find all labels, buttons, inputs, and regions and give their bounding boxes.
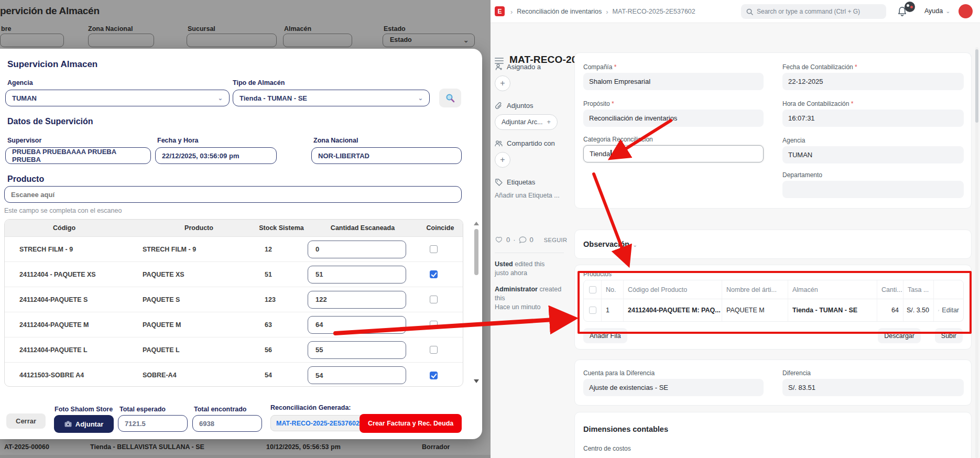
table-row: 24112404-PAQUETE L PAQUETE L 56 (5, 337, 463, 363)
subir-button[interactable]: Subir (935, 328, 963, 343)
search-button[interactable] (439, 89, 461, 107)
chevron-down-icon[interactable]: ⌄ (633, 242, 637, 248)
total-encontrado-input[interactable] (192, 415, 262, 432)
observacion-card: Observación ⌄ (574, 230, 972, 259)
anadir-fila-button[interactable]: Añadir Fila (583, 328, 627, 343)
heart-icon[interactable] (495, 236, 503, 244)
coincide-checkbox[interactable] (430, 346, 438, 354)
cantidad-input[interactable] (308, 291, 406, 309)
screenshot-stage: pervición de Almacén bre Zona Nacional S… (0, 0, 980, 458)
cuenta-diferencia-field[interactable]: Ajuste de existencias - SE (583, 379, 764, 396)
coincide-checkbox[interactable] (430, 321, 438, 329)
total-encontrado-label: Total encontrado (194, 406, 246, 413)
erp-title-row: MAT-RECO-2025-2E537602 No guardado Obten… (491, 23, 980, 48)
scroll-down-icon[interactable] (474, 379, 479, 383)
scan-help-text: Este campo se completa con el escaneo (4, 207, 122, 214)
row-tasa[interactable]: S/. 3.50 (903, 299, 934, 321)
page-scrollbar[interactable] (975, 47, 978, 458)
coincide-checkbox[interactable] (430, 245, 438, 253)
tipo-almacen-label: Tipo de Almacén (233, 79, 285, 86)
table-row: 44121503-SOBRE A4 SOBRE-A4 54 (5, 363, 463, 387)
tipo-almacen-select[interactable]: Tienda - TUMAN - SE ⌄ (233, 90, 430, 106)
chevron-down-icon: ⌄ (418, 95, 423, 102)
fecha-contab-field[interactable]: 22-12-2025 (782, 73, 964, 90)
add-tag-link[interactable]: Añadir una Etiqueta ... (495, 192, 560, 199)
foto-shalom-label: Foto Shalom Store (55, 406, 113, 413)
cantidad-input[interactable] (308, 341, 406, 359)
supervisor-field[interactable]: PRUEBA PRUEBAAAA PRUEBA PRUEBA (5, 147, 151, 164)
add-assignee-button[interactable]: + (495, 75, 510, 91)
row-codigo[interactable]: 24112404-PAQUETE M: PAQ... (624, 299, 722, 321)
row-cantidad[interactable]: 64 (877, 299, 903, 321)
plus-icon: + (547, 118, 551, 126)
add-share-button[interactable]: + (495, 152, 510, 168)
diferencia-label: Diferencia (782, 369, 811, 377)
activity-edited-time: justo ahora (495, 269, 527, 277)
scrollbar-thumb[interactable] (474, 229, 478, 275)
adjuntar-button[interactable]: Adjuntar (54, 415, 114, 433)
cerrar-button[interactable]: Cerrar (6, 413, 46, 429)
compania-field[interactable]: Shalom Empresarial (583, 73, 764, 90)
departamento-field[interactable] (782, 181, 964, 198)
table-header-row: Código Producto Stock Sistema Cantidad E… (5, 220, 463, 237)
text-cursor (611, 150, 612, 158)
sidebar-etiquetas: Etiquetas (495, 178, 535, 186)
zona-nacional-field[interactable]: NOR-LIBERTAD (311, 147, 462, 164)
grid-row: 1 24112404-PAQUETE M: PAQ... PAQUETE M T… (584, 299, 963, 321)
departamento-label: Departamento (782, 171, 822, 179)
scroll-up-icon[interactable] (474, 222, 479, 225)
descargar-button[interactable]: Descargar (878, 328, 921, 343)
erpnext-logo[interactable]: E (495, 6, 505, 16)
cantidad-input[interactable] (308, 316, 406, 334)
user-plus-icon (495, 63, 503, 71)
editar-button[interactable]: Editar (934, 299, 963, 321)
proposito-field[interactable]: Reconciliación de inventarios (583, 110, 764, 127)
notification-badge[interactable] (905, 2, 915, 12)
col-header-stock: Stock Sistema (255, 224, 308, 232)
ayuda-menu[interactable]: Ayuda ⌄ (924, 7, 950, 15)
productos-section-label: Productos (583, 270, 612, 278)
sidebar-divider (495, 253, 564, 253)
comment-icon[interactable] (519, 236, 527, 244)
breadcrumb-item-doctype[interactable]: Reconciliación de inventarios (517, 8, 602, 15)
total-esperado-input[interactable] (118, 415, 188, 432)
agencia-erp-label: Agencia (782, 137, 805, 144)
global-search-input[interactable]: Search or type a command (Ctrl + G) (741, 4, 886, 19)
row-checkbox[interactable] (589, 307, 596, 314)
users-icon (495, 139, 503, 147)
row-almacen[interactable]: Tienda - TUMAN - SE (788, 299, 877, 321)
zona-nacional-label: Zona Nacional (313, 137, 358, 144)
table-scrollbar[interactable] (473, 222, 480, 384)
tag-icon (495, 178, 503, 186)
hora-contab-field[interactable]: 16:07:31 (782, 110, 964, 127)
supervision-table: Código Producto Stock Sistema Cantidad E… (4, 219, 463, 387)
likes-count: 0 (506, 236, 510, 244)
user-avatar[interactable] (959, 4, 973, 18)
diferencia-field: S/. 83.51 (782, 379, 964, 396)
coincide-checkbox[interactable] (430, 296, 438, 303)
select-all-checkbox[interactable] (589, 286, 596, 293)
crear-factura-button[interactable]: Crear Factura y Rec. Deuda (360, 414, 462, 433)
dimensiones-card: Dimensiones contables Centro de costos (574, 412, 972, 458)
agencia-select[interactable]: TUMAN ⌄ (5, 90, 230, 106)
categoria-input[interactable]: Tienda (583, 145, 764, 162)
cantidad-input[interactable] (308, 266, 406, 283)
fecha-hora-field[interactable]: 22/12/2025, 03:56:09 pm (155, 147, 277, 164)
cuenta-diferencia-label: Cuenta para la Diferencia (583, 369, 655, 377)
seguir-button[interactable]: SEGUIR (544, 237, 568, 243)
scrollbar-thumb[interactable] (975, 49, 978, 123)
grid-header-no: No. (602, 280, 624, 299)
coincide-checkbox[interactable] (430, 270, 438, 278)
scan-input[interactable] (4, 186, 462, 203)
agencia-erp-field[interactable]: TUMAN (782, 146, 964, 163)
coincide-checkbox[interactable] (430, 372, 438, 379)
cantidad-input[interactable] (308, 366, 406, 384)
likes-row: 0 · 0 SEGUIR (495, 236, 567, 244)
adjuntar-archivo-button[interactable]: Adjuntar Arc... + (495, 114, 558, 130)
cantidad-input[interactable] (308, 241, 406, 258)
col-header-cantidad: Cantidad Escaneada (308, 224, 418, 232)
dimensiones-heading: Dimensiones contables (583, 425, 668, 433)
row-nombre[interactable]: PAQUETE M (722, 299, 788, 321)
reconciliacion-link[interactable]: MAT-RECO-2025-2E537602 (270, 415, 365, 431)
breadcrumb-item-doc[interactable]: MAT-RECO-2025-2E537602 (613, 8, 695, 15)
